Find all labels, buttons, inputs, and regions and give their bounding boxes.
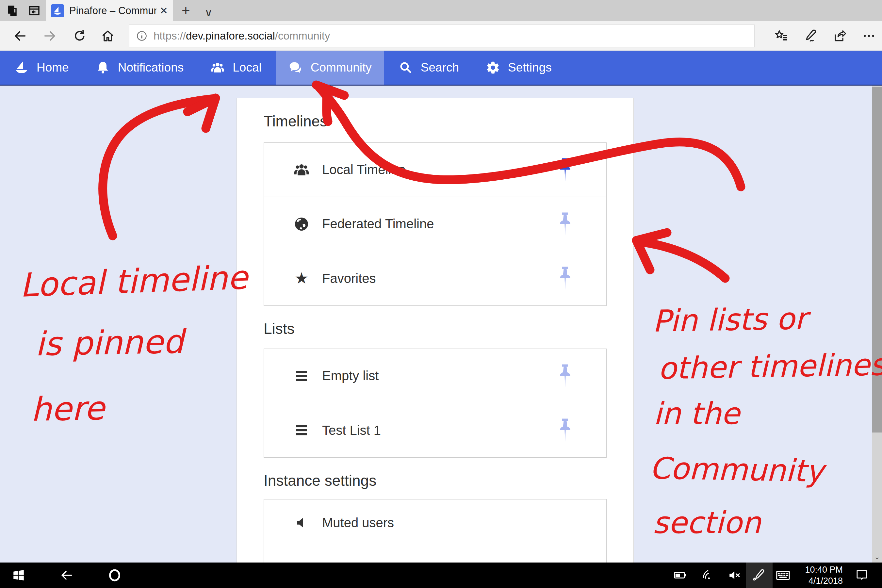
pin-button[interactable] [558,417,573,443]
nav-item-home[interactable]: Home [2,51,81,85]
community-card: TimelinesLocal TimelineFederated Timelin… [237,98,634,562]
list-icon [293,422,310,438]
web-note-pen-icon[interactable] [804,29,818,43]
nav-item-label: Settings [508,61,552,75]
more-menu-icon[interactable] [862,29,876,43]
pin-button[interactable] [558,212,573,237]
star-icon: ★ [293,270,310,286]
pinafore-favicon-icon [51,4,64,17]
chat-icon [288,60,303,75]
row-label: Empty list [322,369,379,383]
browser-address-bar: https://dev.pinafore.social/community [0,21,882,51]
windows-start-icon[interactable] [12,568,26,582]
pin-button[interactable] [558,266,573,291]
nav-item-notifications[interactable]: Notifications [83,51,196,85]
home-icon[interactable] [100,29,115,43]
url-field[interactable]: https://dev.pinafore.social/community [129,24,754,47]
list-row[interactable]: Muted users [264,500,606,546]
pin-button[interactable] [558,157,573,183]
list-row[interactable]: Federated Timeline [264,197,606,251]
people-icon [293,162,310,178]
scrollbar[interactable]: ⌄ [872,86,882,562]
nav-item-search[interactable]: Search [386,51,471,85]
browser-tab[interactable]: Pinafore – Community ✕ [46,0,173,21]
tab-close-icon[interactable]: ✕ [160,5,168,16]
gear-icon [486,60,500,75]
volume-muted-icon[interactable] [728,568,741,582]
section-list: Local TimelineFederated Timeline★Favorit… [264,142,607,306]
row-label: Federated Timeline [322,217,434,231]
bell-icon [96,60,110,75]
nav-item-label: Home [37,61,69,75]
magnifier-icon [399,60,413,75]
mute-icon [293,514,310,531]
back-icon[interactable] [13,29,27,43]
nav-item-label: Search [421,61,459,75]
url-text: https://dev.pinafore.social/community [153,30,330,42]
refresh-icon[interactable] [72,29,87,43]
url-scheme: https:// [153,30,186,42]
section-heading: Instance settings [264,473,607,488]
globe-icon [293,216,310,232]
touch-keyboard-icon[interactable] [776,568,790,583]
list-row[interactable]: Local Timeline [264,143,606,197]
forward-icon[interactable] [42,29,57,43]
cortana-icon[interactable] [108,568,122,582]
row-label: Muted users [322,516,394,530]
section-list: Muted users [264,499,607,562]
site-info-icon[interactable] [136,30,148,42]
list-row[interactable]: Empty list [264,349,606,403]
url-host: dev.pinafore.social [186,30,275,42]
page-content: TimelinesLocal TimelineFederated Timelin… [0,86,882,562]
clock-time: 10:40 PM [799,564,843,575]
nav-item-community[interactable]: Community [276,51,384,85]
list-icon [293,368,310,384]
pinafore-nav-bar: HomeNotificationsLocalCommunitySearchSet… [0,51,882,86]
clock-date: 4/1/2018 [799,575,843,586]
url-path: /community [275,30,330,42]
people-icon [210,60,225,75]
sailboat-icon [14,60,29,75]
section-heading: Timelines [264,114,607,129]
pen-icon [752,568,766,582]
restore-set-aside-tabs-icon[interactable] [27,4,41,18]
windows-ink-tile[interactable] [746,562,772,588]
taskbar-back-icon[interactable] [60,568,74,582]
nav-item-label: Community [310,61,372,75]
list-row-partial [264,546,606,562]
set-tabs-aside-icon[interactable] [4,4,18,18]
tab-title: Pinafore – Community [69,5,156,16]
row-label: Favorites [322,271,376,286]
wifi-icon[interactable] [701,569,714,582]
nav-item-label: Local [232,61,261,75]
share-icon[interactable] [832,29,847,43]
nav-item-label: Notifications [118,61,184,75]
row-label: Local Timeline [322,162,406,177]
battery-icon[interactable] [674,569,687,582]
action-center-icon[interactable] [855,569,868,582]
browser-tab-bar: Pinafore – Community ✕ + ∨ [0,0,882,21]
section-list: Empty listTest List 1 [264,348,607,458]
taskbar: 10:40 PM 4/1/2018 [0,562,882,588]
taskbar-clock[interactable]: 10:40 PM 4/1/2018 [799,564,843,586]
nav-item-local[interactable]: Local [198,51,274,85]
row-label: Test List 1 [322,423,381,438]
pin-button[interactable] [558,363,573,389]
screen: Pinafore – Community ✕ + ∨ https://dev.p [0,0,882,588]
scrollbar-down-arrow-icon[interactable]: ⌄ [872,551,882,562]
list-row[interactable]: ★Favorites [264,251,606,305]
list-row[interactable]: Test List 1 [264,403,606,458]
new-tab-button[interactable]: + [182,3,190,18]
section-heading: Lists [264,321,607,336]
nav-item-settings[interactable]: Settings [473,51,564,85]
favorites-hub-icon[interactable] [774,29,789,43]
tab-preview-chevron-icon[interactable]: ∨ [204,4,213,20]
scrollbar-thumb[interactable] [872,87,882,432]
